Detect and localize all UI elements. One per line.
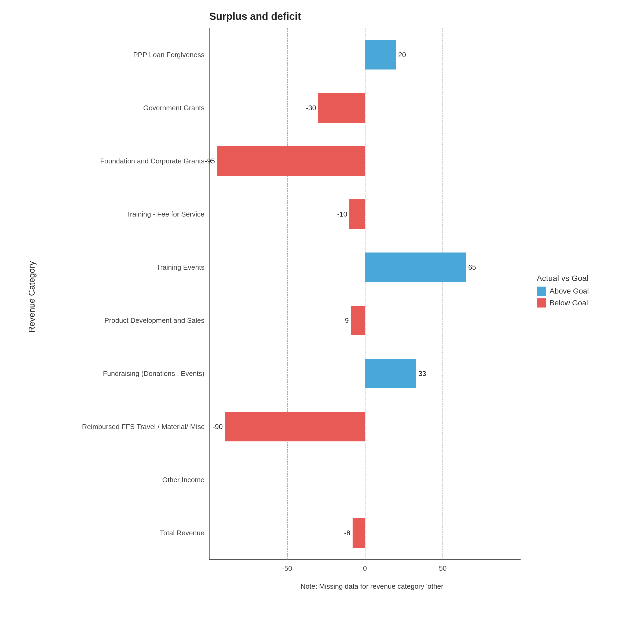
y-tick-label: PPP Loan Forgiveness bbox=[133, 51, 209, 59]
bar bbox=[365, 359, 416, 388]
legend-swatch-above bbox=[537, 287, 546, 296]
y-tick-label: Government Grants bbox=[143, 104, 209, 112]
bar bbox=[365, 40, 396, 69]
y-axis-title: Revenue Category bbox=[27, 261, 37, 333]
y-tick-label: Training Events bbox=[156, 263, 209, 272]
bar-value-label: -10 bbox=[337, 210, 347, 218]
bar-value-label: -90 bbox=[213, 423, 223, 431]
y-tick-label: Reimbursed FFS Travel / Material/ Misc bbox=[82, 423, 209, 431]
legend-item-below: Below Goal bbox=[537, 298, 589, 308]
x-tick-label: -50 bbox=[282, 559, 292, 573]
gridline bbox=[442, 28, 443, 559]
bar-value-label: 65 bbox=[468, 263, 476, 272]
y-tick-label: Total Revenue bbox=[160, 529, 209, 537]
x-tick-label: 50 bbox=[439, 559, 447, 573]
chart-container: Surplus and deficit Revenue Category -50… bbox=[21, 11, 623, 633]
y-tick-label: Foundation and Corporate Grants bbox=[100, 157, 209, 165]
bar-value-label: 33 bbox=[418, 369, 426, 378]
bar bbox=[349, 199, 365, 229]
legend-item-above: Above Goal bbox=[537, 287, 589, 296]
bar-value-label: -9 bbox=[343, 316, 349, 325]
gridline bbox=[287, 28, 288, 559]
legend: Actual vs Goal Above Goal Below Goal bbox=[537, 274, 589, 310]
bar bbox=[353, 518, 365, 548]
y-tick-label: Fundraising (Donations , Events) bbox=[103, 369, 209, 378]
legend-label-above: Above Goal bbox=[550, 287, 589, 295]
plot-area: -50050PPP Loan Forgiveness20Government G… bbox=[209, 28, 521, 559]
legend-title: Actual vs Goal bbox=[537, 274, 589, 283]
bar bbox=[351, 306, 365, 335]
legend-label-below: Below Goal bbox=[550, 299, 588, 307]
bar-value-label: -30 bbox=[306, 104, 316, 112]
y-tick-label: Product Development and Sales bbox=[104, 316, 209, 325]
chart-caption: Note: Missing data for revenue category … bbox=[301, 582, 445, 591]
bar-value-label: -95 bbox=[205, 157, 215, 165]
bar bbox=[318, 93, 365, 123]
legend-swatch-below bbox=[537, 298, 546, 308]
bar bbox=[217, 146, 365, 176]
y-tick-label: Training - Fee for Service bbox=[126, 210, 209, 218]
bar-value-label: 20 bbox=[398, 51, 406, 59]
y-tick-label: Other Income bbox=[162, 476, 209, 484]
bar bbox=[225, 412, 365, 441]
bar bbox=[365, 253, 466, 282]
x-tick-label: 0 bbox=[363, 559, 367, 573]
bar-value-label: -8 bbox=[344, 529, 350, 537]
chart-title: Surplus and deficit bbox=[209, 11, 301, 22]
